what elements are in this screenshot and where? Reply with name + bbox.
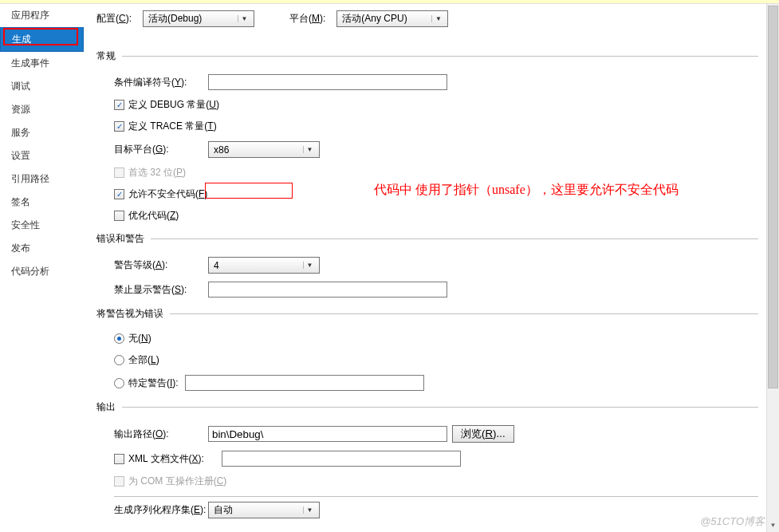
suppress-warnings-input[interactable] — [208, 282, 447, 298]
config-value: 活动(Debug) — [148, 12, 234, 26]
red-annotation-text: 代码中 使用了指针（unsafe），这里要允许不安全代码 — [374, 182, 679, 199]
suppress-warnings-label: 禁止显示警告(S): — [114, 283, 208, 297]
suppress-warnings-row: 禁止显示警告(S): — [114, 282, 758, 298]
checkbox-icon — [114, 211, 124, 221]
target-platform-dropdown[interactable]: x86 ▼ — [208, 141, 320, 158]
vertical-scrollbar[interactable]: ▼ — [766, 4, 779, 532]
sidebar-item-signing[interactable]: 签名 — [0, 191, 84, 214]
main-container: 应用程序 生成 生成事件 调试 资源 服务 设置 引用路径 签名 安全性 发布 … — [0, 4, 779, 532]
sidebar-item-resources[interactable]: 资源 — [0, 98, 84, 121]
conditional-symbols-label: 条件编译符号(Y): — [114, 76, 208, 89]
treat-all-row[interactable]: 全部(L) — [114, 353, 758, 367]
checkbox-icon — [114, 167, 124, 178]
serialization-dropdown[interactable]: 自动 ▼ — [208, 502, 320, 518]
treat-specific-input[interactable] — [185, 375, 424, 391]
sidebar-item-build-events[interactable]: 生成事件 — [0, 52, 84, 75]
sidebar-item-services[interactable]: 服务 — [0, 121, 84, 144]
chevron-down-icon: ▼ — [431, 15, 444, 22]
sidebar-item-publish[interactable]: 发布 — [0, 237, 84, 260]
com-interop-label: 为 COM 互操作注册(C) — [128, 475, 226, 488]
sidebar-item-security[interactable]: 安全性 — [0, 214, 84, 237]
sidebar-item-app[interactable]: 应用程序 — [0, 4, 84, 27]
prefer-32bit-row: 首选 32 位(P) — [114, 166, 758, 179]
xml-doc-row[interactable]: XML 文档文件(X): — [114, 451, 758, 467]
scroll-thumb[interactable] — [768, 6, 778, 388]
config-label: 配置(C): — [96, 12, 132, 26]
output-path-input[interactable] — [208, 426, 447, 442]
treat-none-label: 无(N) — [128, 332, 151, 345]
conditional-symbols-row: 条件编译符号(Y): — [114, 74, 758, 90]
group-general: 常规 — [96, 49, 758, 63]
radio-icon — [114, 378, 124, 388]
chevron-down-icon: ▼ — [303, 506, 316, 514]
treat-specific-row[interactable]: 特定警告(I): — [114, 375, 758, 391]
define-trace-label: 定义 TRACE 常量(T) — [128, 120, 217, 133]
warning-level-value: 4 — [214, 260, 300, 271]
platform-dropdown[interactable]: 活动(Any CPU) ▼ — [336, 10, 448, 27]
radio-icon — [114, 333, 124, 344]
prefer-32bit-label: 首选 32 位(P) — [128, 166, 186, 179]
config-platform-row: 配置(C): 活动(Debug) ▼ 平台(M): 活动(Any CPU) ▼ — [96, 10, 758, 27]
group-errors: 错误和警告 — [96, 232, 758, 246]
output-path-label: 输出路径(O): — [114, 428, 208, 441]
scroll-down-icon[interactable]: ▼ — [768, 519, 778, 532]
define-trace-row[interactable]: ✓ 定义 TRACE 常量(T) — [114, 120, 758, 133]
target-platform-row: 目标平台(G): x86 ▼ — [114, 141, 758, 158]
optimize-code-label: 优化代码(Z) — [128, 209, 179, 223]
warning-level-label: 警告等级(A): — [114, 258, 208, 272]
group-treat-warnings: 将警告视为错误 — [96, 307, 758, 321]
sidebar-item-settings[interactable]: 设置 — [0, 144, 84, 167]
radio-icon — [114, 355, 124, 365]
watermark-text: @51CTO博客 — [700, 514, 765, 529]
conditional-symbols-input[interactable] — [208, 74, 447, 90]
treat-none-row[interactable]: 无(N) — [114, 332, 758, 345]
allow-unsafe-label: 允许不安全代码(F) — [128, 187, 207, 201]
xml-doc-input[interactable] — [222, 451, 461, 467]
checkbox-icon — [114, 476, 124, 487]
checkbox-icon — [114, 454, 124, 464]
sidebar: 应用程序 生成 生成事件 调试 资源 服务 设置 引用路径 签名 安全性 发布 … — [0, 4, 84, 532]
target-platform-label: 目标平台(G): — [114, 143, 208, 156]
checkbox-icon: ✓ — [114, 100, 124, 110]
define-debug-label: 定义 DEBUG 常量(U) — [128, 98, 219, 112]
sidebar-item-debug[interactable]: 调试 — [0, 75, 84, 98]
optimize-code-row[interactable]: 优化代码(Z) — [114, 209, 758, 223]
define-debug-row[interactable]: ✓ 定义 DEBUG 常量(U) — [114, 98, 758, 112]
chevron-down-icon: ▼ — [238, 15, 250, 22]
sidebar-item-build[interactable]: 生成 — [0, 27, 84, 52]
sidebar-item-code-analysis[interactable]: 代码分析 — [0, 260, 84, 283]
browse-button[interactable]: 浏览(R)... — [452, 425, 514, 443]
serialization-value: 自动 — [214, 503, 300, 517]
checkbox-icon: ✓ — [114, 121, 124, 132]
xml-doc-label: XML 文档文件(X): — [128, 452, 204, 466]
treat-specific-label: 特定警告(I): — [128, 376, 179, 390]
treat-all-label: 全部(L) — [128, 353, 159, 367]
main-panel: 配置(C): 活动(Debug) ▼ 平台(M): 活动(Any CPU) ▼ … — [84, 4, 766, 532]
chevron-down-icon: ▼ — [303, 262, 316, 269]
serialization-label: 生成序列化程序集(E): — [114, 503, 208, 517]
config-dropdown[interactable]: 活动(Debug) ▼ — [143, 10, 254, 27]
com-interop-row: 为 COM 互操作注册(C) — [114, 475, 758, 488]
sidebar-item-reference-paths[interactable]: 引用路径 — [0, 167, 84, 191]
target-platform-value: x86 — [214, 144, 300, 156]
output-path-row: 输出路径(O): 浏览(R)... — [114, 425, 758, 443]
warning-level-dropdown[interactable]: 4 ▼ — [208, 257, 320, 274]
warning-level-row: 警告等级(A): 4 ▼ — [114, 257, 758, 274]
platform-value: 活动(Any CPU) — [342, 12, 428, 26]
checkbox-icon: ✓ — [114, 189, 124, 199]
serialization-row: 生成序列化程序集(E): 自动 ▼ — [114, 502, 758, 518]
chevron-down-icon: ▼ — [303, 146, 316, 153]
platform-label: 平台(M): — [289, 12, 325, 26]
group-output: 输出 — [96, 400, 758, 414]
